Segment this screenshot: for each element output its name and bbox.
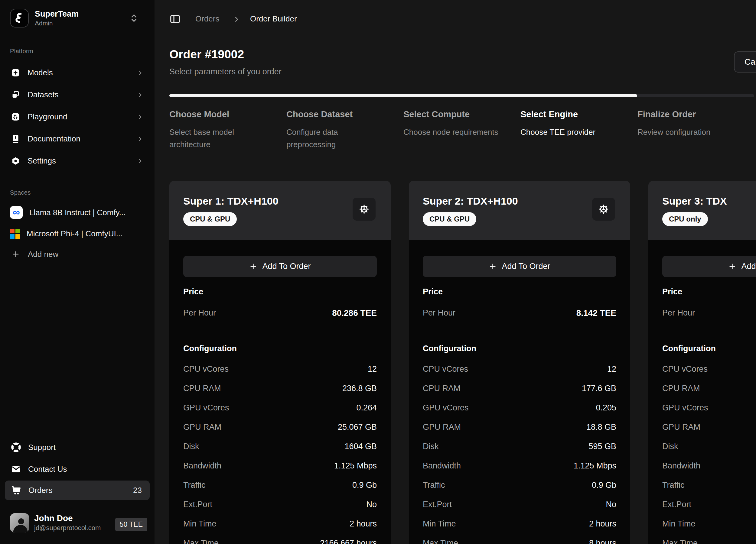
- config-value: 0.9 Gb: [352, 480, 377, 490]
- sidebar-item-orders[interactable]: Orders 23: [5, 480, 150, 500]
- plus-icon: [728, 262, 736, 271]
- config-label: Ext.Port: [423, 500, 452, 509]
- card-type-badge: CPU & GPU: [423, 212, 476, 226]
- configuration-list: CPU vCores12 CPU RAM177.6 GB GPU vCores0…: [423, 359, 616, 544]
- stacked-copies-icon: [11, 90, 20, 99]
- card-header: Super 1: TDX+H100 CPU & GPU: [169, 181, 391, 240]
- sidebar-item-label: Support: [28, 443, 56, 452]
- card-settings-button[interactable]: [592, 198, 615, 221]
- add-to-order-label: Add To Order: [502, 262, 550, 271]
- config-label: Max Time: [423, 539, 458, 544]
- mail-icon: [11, 464, 21, 474]
- meta-infinity-icon: ∞: [10, 206, 23, 219]
- config-value: No: [606, 500, 616, 509]
- add-new-space-button[interactable]: Add new: [0, 244, 155, 264]
- space-item-llama[interactable]: ∞ Llama 8B Instruct | Comfy...: [0, 202, 155, 223]
- divider: [662, 331, 756, 331]
- config-label: GPU vCores: [183, 403, 229, 412]
- sidebar-item-documentation[interactable]: Documentation: [0, 128, 155, 150]
- config-row: GPU RAM25.067 GB: [183, 417, 377, 437]
- step-select-compute: Select Compute Choose node requirements: [403, 109, 520, 151]
- sidebar-item-datasets[interactable]: Datasets: [0, 84, 155, 106]
- config-label: Ext.Port: [183, 500, 212, 509]
- config-row: CPU vCores: [662, 359, 756, 379]
- add-to-order-button[interactable]: Add To Order: [423, 256, 616, 277]
- config-row: Min Time2 hours: [423, 514, 616, 533]
- engine-card-super-3: Super 3: TDX CPU only: [648, 181, 756, 544]
- code-playground-icon: [11, 112, 20, 122]
- card-header: Super 3: TDX CPU only: [648, 181, 756, 240]
- breadcrumb-parent[interactable]: Orders: [195, 14, 219, 24]
- card-body: Add To Order Price Per Hour Configuratio…: [648, 240, 756, 544]
- per-hour-value: 80.286 TEE: [332, 308, 377, 318]
- card-body: Add To Order Price Per Hour 8.142 TEE Co…: [409, 240, 630, 544]
- team-switcher[interactable]: SuperTeam Admin: [10, 8, 145, 28]
- plus-icon: [489, 262, 497, 271]
- cancel-button-label: Cancel: [745, 57, 756, 67]
- sidebar-footer-nav: Support Contact Us: [0, 436, 155, 480]
- team-name: SuperTeam: [35, 9, 79, 19]
- config-row: Max Time2166.667 hours: [183, 533, 377, 544]
- config-label: GPU RAM: [183, 422, 221, 432]
- config-value: 177.6 GB: [582, 384, 616, 393]
- chevron-right-icon: [136, 91, 144, 99]
- config-value: 1604 GB: [344, 442, 377, 451]
- config-row: Bandwidth: [662, 456, 756, 475]
- card-type-badge: CPU & GPU: [183, 212, 237, 226]
- config-label: GPU vCores: [662, 403, 708, 412]
- card-header: Super 2: TDX+H100 CPU & GPU: [409, 181, 630, 240]
- section-label-platform: Platform: [10, 48, 33, 55]
- section-label-spaces: Spaces: [10, 189, 31, 196]
- config-label: Disk: [423, 442, 439, 451]
- unfold-icon: [128, 12, 140, 24]
- card-title: Super 1: TDX+H100: [183, 195, 377, 207]
- add-to-order-button[interactable]: Add To Order: [183, 256, 377, 277]
- divider: [183, 331, 377, 331]
- card-title: Super 3: TDX: [662, 195, 756, 207]
- config-row: Max Time8 hours: [423, 533, 616, 544]
- team-logo: [10, 9, 29, 28]
- config-label: Bandwidth: [183, 461, 221, 471]
- config-row: GPU RAM: [662, 417, 756, 437]
- sidebar-item-label: Orders: [28, 486, 52, 495]
- per-hour-row: Per Hour 80.286 TEE: [183, 308, 377, 318]
- add-new-label: Add new: [28, 250, 58, 259]
- sidebar-item-models[interactable]: Models: [0, 62, 155, 84]
- config-row: CPU RAM177.6 GB: [423, 379, 616, 398]
- config-label: Max Time: [183, 539, 219, 544]
- page-subtitle: Select parameters of you order: [169, 67, 282, 77]
- config-label: Traffic: [183, 480, 206, 490]
- config-value: 2 hours: [589, 519, 616, 529]
- config-row: CPU RAM236.8 GB: [183, 379, 377, 398]
- sidebar-item-contact-us[interactable]: Contact Us: [0, 458, 155, 480]
- card-settings-button[interactable]: [353, 198, 376, 221]
- price-heading: Price: [183, 287, 377, 297]
- config-value: 8 hours: [589, 539, 616, 544]
- config-label: GPU vCores: [423, 403, 469, 412]
- sidebar-item-settings[interactable]: Settings: [0, 150, 155, 172]
- config-value: No: [366, 500, 377, 509]
- config-row: Min Time: [662, 514, 756, 533]
- sidebar-item-playground[interactable]: Playground: [0, 106, 155, 128]
- sidebar-item-support[interactable]: Support: [0, 436, 155, 458]
- step-title: Finalize Order: [637, 109, 754, 119]
- config-row: Min Time2 hours: [183, 514, 377, 533]
- cancel-button[interactable]: Cancel: [734, 51, 756, 73]
- config-row: GPU vCores0.264: [183, 398, 377, 417]
- sidebar-item-label: Datasets: [28, 90, 59, 99]
- user-profile[interactable]: John Doe jd@superprotocol.com 50 TEE: [10, 513, 147, 534]
- plus-icon: [11, 250, 20, 259]
- config-value: 0.9 Gb: [592, 480, 616, 490]
- divider: [423, 331, 616, 331]
- add-to-order-button[interactable]: Add To Order: [662, 256, 756, 277]
- config-value: 1.125 Mbps: [574, 461, 616, 471]
- breadcrumb-current: Order Builder: [250, 14, 297, 24]
- balance-badge: 50 TEE: [115, 518, 147, 531]
- config-label: Min Time: [183, 519, 217, 529]
- platform-nav: Models Datasets: [0, 62, 155, 172]
- sidebar-toggle-button[interactable]: [169, 13, 181, 25]
- config-label: Traffic: [662, 480, 685, 490]
- order-steps: Choose Model Select base model architect…: [169, 109, 754, 151]
- sidebar-item-label: Settings: [28, 156, 56, 166]
- space-item-phi4[interactable]: Microsoft Phi-4 | ComfyUI...: [0, 223, 155, 244]
